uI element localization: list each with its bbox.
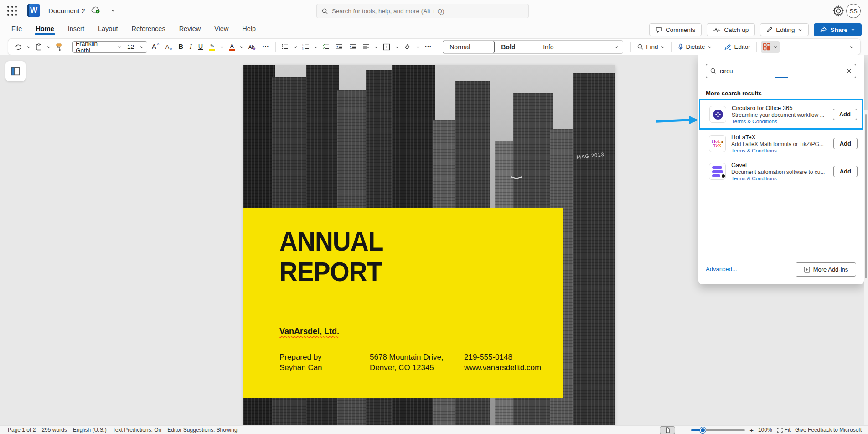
highlight-button[interactable]: ✎ bbox=[207, 41, 217, 53]
numbering-button[interactable] bbox=[300, 41, 311, 53]
font-color-button[interactable]: A bbox=[227, 41, 237, 53]
terms-conditions-link[interactable]: Terms & Conditions bbox=[732, 119, 827, 124]
checklist-icon bbox=[323, 44, 330, 50]
alignment-chevron-icon[interactable] bbox=[374, 45, 378, 49]
paste-chevron-icon[interactable] bbox=[46, 45, 51, 49]
app-launcher-icon[interactable] bbox=[7, 6, 17, 16]
cloud-saved-icon bbox=[90, 6, 101, 14]
shading-chevron-icon[interactable] bbox=[416, 45, 420, 49]
share-button[interactable]: Share bbox=[814, 23, 862, 36]
add-ins-panel: circu More search results Circularo for … bbox=[698, 55, 864, 284]
add-circularo-button[interactable]: Add bbox=[833, 109, 857, 120]
account-avatar[interactable]: SS bbox=[846, 4, 861, 18]
word-count-status[interactable]: 295 words bbox=[41, 427, 67, 433]
terms-conditions-link[interactable]: Terms & Conditions bbox=[731, 176, 828, 181]
text-predictions-status[interactable]: Text Predictions: On bbox=[113, 427, 161, 433]
font-color-chevron-icon[interactable] bbox=[239, 45, 244, 49]
bold-button[interactable]: B bbox=[176, 41, 185, 53]
tab-references[interactable]: References bbox=[126, 22, 170, 35]
comments-button[interactable]: Comments bbox=[649, 23, 702, 36]
page-count-status[interactable]: Page 1 of 2 bbox=[8, 427, 36, 433]
fit-button[interactable]: Fit bbox=[777, 427, 790, 433]
font-name-select[interactable]: Franklin Gothi... bbox=[73, 42, 124, 52]
word-logo-icon[interactable]: W bbox=[27, 4, 40, 17]
tab-home[interactable]: Home bbox=[31, 22, 59, 35]
add-gavel-button[interactable]: Add bbox=[833, 166, 858, 177]
borders-chevron-icon[interactable] bbox=[395, 45, 399, 49]
clear-search-button[interactable] bbox=[846, 68, 852, 74]
document-page[interactable]: MAG 2013 ANNUAL REPORT VanArsdel, Ltd. P… bbox=[243, 65, 615, 425]
numbering-chevron-icon[interactable] bbox=[314, 45, 318, 49]
decrease-indent-button[interactable] bbox=[334, 41, 345, 53]
feedback-link[interactable]: Give Feedback to Microsoft bbox=[795, 427, 862, 433]
title-chevron-down-icon[interactable] bbox=[111, 8, 115, 13]
italic-button[interactable]: I bbox=[188, 41, 194, 53]
add-holatex-button[interactable]: Add bbox=[833, 138, 858, 149]
shading-button[interactable] bbox=[402, 41, 413, 53]
alignment-button[interactable] bbox=[361, 41, 371, 53]
tab-review[interactable]: Review bbox=[174, 22, 206, 35]
borders-button[interactable] bbox=[381, 41, 392, 53]
addin-result-holatex[interactable]: HoLa TeX HoLaTeX Add LaTeX Math formula … bbox=[698, 130, 864, 157]
zoom-slider[interactable] bbox=[691, 429, 745, 431]
style-info[interactable]: Info bbox=[537, 41, 610, 53]
language-status[interactable]: English (U.S.) bbox=[73, 427, 107, 433]
increase-indent-icon bbox=[349, 44, 356, 50]
checklist-button[interactable] bbox=[321, 41, 331, 53]
menu-bar-actions: Comments Catch up Editing Share bbox=[649, 23, 862, 36]
add-ins-button[interactable] bbox=[761, 41, 780, 53]
advanced-link[interactable]: Advanced... bbox=[706, 266, 737, 272]
underline-button[interactable]: U bbox=[196, 41, 205, 53]
tab-layout[interactable]: Layout bbox=[93, 22, 123, 35]
more-font-options-button[interactable]: ⋯ bbox=[260, 41, 271, 53]
increase-indent-button[interactable] bbox=[347, 41, 358, 53]
styles-gallery-expand[interactable] bbox=[610, 41, 623, 53]
document-title[interactable]: Document 2 bbox=[48, 7, 85, 15]
tab-file[interactable]: File bbox=[6, 22, 27, 35]
paste-button[interactable] bbox=[34, 41, 44, 53]
editor-suggestions-status[interactable]: Editor Suggestions: Showing bbox=[167, 427, 237, 433]
undo-chevron-icon[interactable] bbox=[26, 45, 31, 49]
settings-gear-icon[interactable] bbox=[832, 5, 844, 17]
page-view-button[interactable] bbox=[660, 426, 675, 434]
addin-result-circularo[interactable]: Circularo for Office 365 Streamline your… bbox=[699, 99, 863, 130]
addins-search-input[interactable]: circu bbox=[706, 64, 856, 78]
tab-insert[interactable]: Insert bbox=[63, 22, 89, 35]
more-add-ins-button[interactable]: More Add-ins bbox=[796, 262, 856, 277]
editing-mode-button[interactable]: Editing bbox=[760, 23, 809, 36]
addins-search-value: circu bbox=[720, 68, 733, 74]
highlight-chevron-icon[interactable] bbox=[220, 45, 224, 49]
tab-view[interactable]: View bbox=[209, 22, 233, 35]
scrollbar-thumb[interactable] bbox=[865, 114, 867, 278]
zoom-level[interactable]: 100% bbox=[758, 427, 772, 433]
clear-formatting-button[interactable] bbox=[247, 41, 258, 53]
terms-conditions-link[interactable]: Terms & Conditions bbox=[731, 148, 828, 153]
window-scrollbar[interactable] bbox=[864, 110, 868, 425]
zoom-in-button[interactable]: + bbox=[749, 427, 754, 434]
undo-button[interactable] bbox=[13, 41, 24, 53]
style-bold[interactable]: Bold bbox=[495, 41, 537, 53]
bullets-chevron-icon[interactable] bbox=[293, 45, 298, 49]
more-paragraph-options-button[interactable]: ⋯ bbox=[423, 41, 434, 53]
find-search-icon bbox=[637, 43, 644, 50]
global-search-box[interactable] bbox=[316, 4, 529, 18]
style-normal[interactable]: Normal bbox=[443, 41, 495, 53]
catch-up-button[interactable]: Catch up bbox=[707, 23, 755, 36]
editor-button[interactable]: Editor bbox=[723, 41, 752, 53]
bullets-button[interactable] bbox=[280, 41, 290, 53]
format-painter-button[interactable] bbox=[54, 41, 64, 53]
shrink-font-button[interactable]: Av bbox=[164, 41, 174, 53]
global-search-input[interactable] bbox=[332, 8, 524, 15]
city-state-zip: Denver, CO 12345 bbox=[370, 362, 444, 373]
navigation-pane-toggle[interactable] bbox=[5, 61, 26, 81]
find-button[interactable]: Find bbox=[635, 41, 666, 53]
zoom-slider-knob[interactable] bbox=[700, 427, 706, 433]
collapse-ribbon-button[interactable] bbox=[847, 41, 856, 53]
addin-result-gavel[interactable]: Gavel Document automation software to cu… bbox=[698, 157, 864, 185]
dictate-button[interactable]: Dictate bbox=[676, 41, 714, 53]
grow-font-button[interactable]: A^ bbox=[150, 41, 161, 53]
font-size-select[interactable]: 12 bbox=[124, 42, 147, 52]
address-block: 5678 Mountain Drive, Denver, CO 12345 bbox=[370, 352, 444, 373]
tab-help[interactable]: Help bbox=[237, 22, 261, 35]
zoom-out-button[interactable]: — bbox=[680, 427, 687, 434]
